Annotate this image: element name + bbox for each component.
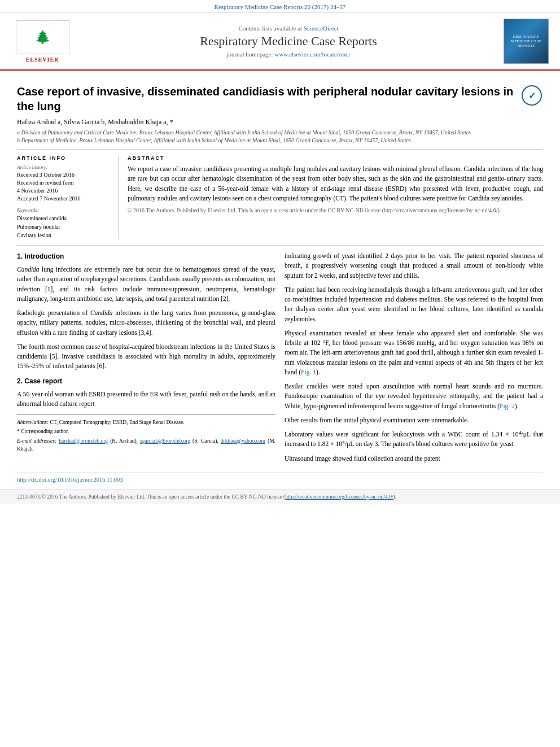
journal-header: 🌲 ELSEVIER Contents lists available at S… — [0, 13, 560, 71]
doi-link[interactable]: http://dx.doi.org/10.1016/j.rmcr.2016.11… — [17, 477, 123, 483]
footnote-section: Abbreviations: CT, Computed Tomography; … — [17, 414, 275, 453]
revised-date: 4 November 2016 — [17, 187, 111, 195]
candida-italic2: Candida — [90, 309, 113, 316]
abbrev-text: CT, Computed Tomography; ESRD, End Stage… — [50, 420, 184, 425]
article-title-text: Case report of invasive, disseminated ca… — [17, 84, 515, 145]
received-date: Received 3 October 2016 — [17, 171, 111, 179]
article-info-panel: ARTICLE INFO Article history: Received 3… — [17, 155, 119, 239]
body-left-col: 1. Introduction Candida lung infections … — [17, 251, 275, 468]
email-line: E-mail addresses: harshad@bronxleb.org (… — [17, 437, 275, 453]
keyword-2: Pulmonary nodular — [17, 222, 111, 231]
contents-prefix: Contents lists available at — [238, 25, 303, 32]
homepage-prefix: journal homepage: — [226, 51, 274, 58]
homepage-link[interactable]: www.elsevier.com/locate/rmcr — [274, 51, 350, 58]
email2-link[interactable]: sgarcia5@bronxleb.org — [140, 438, 190, 444]
section1-para3: The fourth most common cause of hospital… — [17, 342, 275, 372]
crossmark-badge: ✓ — [520, 84, 543, 107]
bottom-bar: 2213-0071/© 2016 The Authors. Published … — [0, 490, 560, 504]
accepted-date: Accepted 7 November 2016 — [17, 195, 111, 203]
section2-para1: A 56-year-old woman with ESRD presented … — [17, 390, 275, 409]
section1-para2: Radiologic presentation of Candida infec… — [17, 308, 275, 338]
section1-heading: 1. Introduction — [17, 251, 275, 261]
revised-label: Received in revised form — [17, 179, 111, 187]
affiliations: a Division of Pulmonary and Critical Car… — [17, 129, 515, 145]
keyword-3: Cavitary lesion — [17, 231, 111, 239]
journal-cover-image: RESPIRATORY MEDICINE CASE REPORTS — [504, 19, 549, 64]
license-bottom-link[interactable]: http://creativecommons.org/licenses/by-n… — [285, 494, 393, 500]
elsevier-logo: 🌲 — [16, 20, 69, 54]
abstract-text: We report a case of invasive candidiasis… — [128, 164, 543, 203]
article-info-title: ARTICLE INFO — [17, 155, 111, 161]
right-para4: Basilar crackles were noted upon auscult… — [285, 382, 543, 411]
sciencedirect-link[interactable]: ScienceDirect — [304, 25, 339, 32]
candida-italic: Candida — [17, 266, 40, 273]
keyword-1: Disseminated candida — [17, 214, 111, 222]
corresponding-label: * Corresponding author. — [17, 429, 69, 434]
body-columns: 1. Introduction Candida lung infections … — [17, 251, 543, 468]
crossmark-icon: ✓ — [522, 85, 542, 106]
license-suffix: ). — [393, 494, 397, 500]
article-history-label: Article history: — [17, 164, 111, 170]
right-para3: Physical examination revealed an obese f… — [285, 329, 543, 377]
fig2-link[interactable]: Fig. 2 — [500, 403, 515, 409]
email1-name: (H. Arshad), — [110, 438, 138, 444]
right-para2: The patient had been receiving hemodialy… — [285, 285, 543, 324]
section-divider — [17, 245, 543, 246]
corresponding-line: * Corresponding author. — [17, 427, 275, 435]
fig1-link[interactable]: Fig. 1 — [301, 369, 316, 375]
abstract-title: ABSTRACT — [128, 155, 543, 161]
section1-para1-text: lung infections are extremely rare but o… — [17, 266, 275, 302]
section2-heading: 2. Case report — [17, 376, 275, 386]
main-content: Case report of invasive, disseminated ca… — [0, 71, 560, 490]
affiliation-b: b Department of Medicine, Bronx Lebanon … — [17, 137, 515, 145]
abbrev-line: Abbreviations: CT, Computed Tomography; … — [17, 418, 275, 426]
keywords-label: Keywords: — [17, 207, 111, 213]
body-right-col: indicating growth of yeast identified 2 … — [285, 251, 543, 468]
cover-text: RESPIRATORY MEDICINE CASE REPORTS — [506, 34, 546, 48]
contents-line: Contents lists available at ScienceDirec… — [79, 25, 498, 32]
authors-line: Hafiza Arshad a, Silvia Garcia b, Misbah… — [17, 118, 515, 126]
issn-text: 2213-0071/© 2016 The Authors. Published … — [17, 494, 285, 500]
license-body: © 2016 The Authors. Published by Elsevie… — [128, 207, 501, 213]
tree-icon: 🌲 — [35, 31, 50, 43]
license-text: © 2016 The Authors. Published by Elsevie… — [128, 207, 543, 215]
right-para6: Laboratory values were significant for l… — [285, 430, 543, 449]
publisher-logo-area: 🌲 ELSEVIER — [11, 20, 73, 63]
email2-name: (S. Garcia), — [193, 438, 218, 444]
journal-reference: Respiratory Medicine Case Reports 20 (20… — [215, 3, 346, 10]
abstract-panel: ABSTRACT We report a case of invasive ca… — [128, 155, 543, 239]
abbrev-label: Abbreviations: — [17, 420, 49, 425]
doi-bar: http://dx.doi.org/10.1016/j.rmcr.2016.11… — [17, 473, 543, 484]
email-label: E-mail addresses: — [17, 438, 56, 444]
abstract-body: We report a case of invasive candidiasis… — [128, 165, 543, 202]
affiliation-a: a Division of Pulmonary and Critical Car… — [17, 129, 515, 137]
email3-link[interactable]: drkhaja@yahoo.com — [221, 438, 265, 444]
journal-center: Contents lists available at ScienceDirec… — [79, 25, 498, 58]
right-para5: Other results from the initial physical … — [285, 416, 543, 425]
right-para1: indicating growth of yeast identified 2 … — [285, 251, 543, 281]
article-info-abstract-row: ARTICLE INFO Article history: Received 3… — [17, 155, 543, 239]
homepage-line: journal homepage: www.elsevier.com/locat… — [79, 51, 498, 58]
journal-title: Respiratory Medicine Case Reports — [79, 34, 498, 49]
article-title-section: Case report of invasive, disseminated ca… — [17, 76, 543, 150]
email1-link[interactable]: harshad@bronxleb.org — [59, 438, 108, 444]
elsevier-brand-text: ELSEVIER — [26, 56, 59, 63]
journal-reference-bar: Respiratory Medicine Case Reports 20 (20… — [0, 0, 560, 13]
section1-para1: Candida lung infections are extremely ra… — [17, 265, 275, 304]
article-title: Case report of invasive, disseminated ca… — [17, 84, 515, 113]
right-para7: Ultrasound image showed fluid collection… — [285, 454, 543, 464]
author-names: Hafiza Arshad a, Silvia Garcia b, Misbah… — [17, 118, 173, 126]
